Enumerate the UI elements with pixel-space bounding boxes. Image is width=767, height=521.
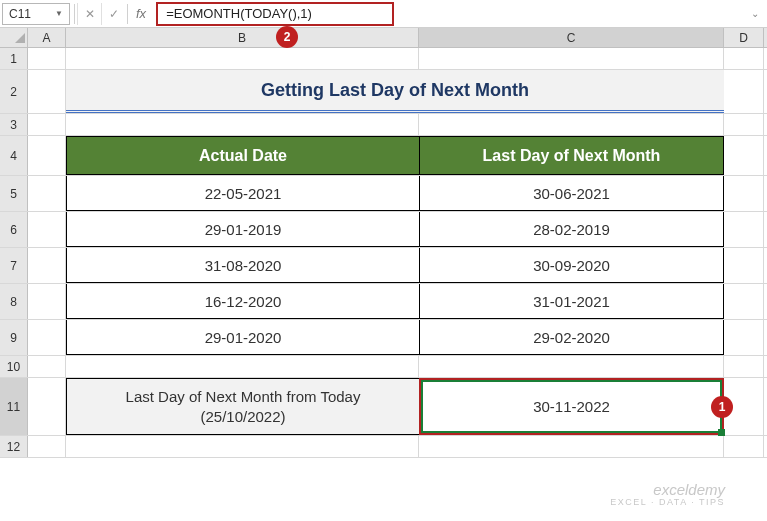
row-header-5[interactable]: 5 [0,176,28,211]
name-box-dropdown-icon[interactable]: ▼ [55,9,63,18]
cell-B11[interactable]: Last Day of Next Month from Today (25/10… [66,378,419,435]
divider [74,4,75,24]
row-header-3[interactable]: 3 [0,114,28,135]
cell-C1[interactable] [419,48,724,69]
sheet-title[interactable]: Getting Last Day of Next Month [66,70,724,113]
row-12: 12 [0,436,767,458]
cell-C12[interactable] [419,436,724,457]
formula-bar: C11 ▼ ✕ ✓ fx =EOMONTH(TODAY(),1) ⌄ [0,0,767,28]
row-4: 4 Actual Date Last Day of Next Month [0,136,767,176]
cell-B12[interactable] [66,436,419,457]
row-header-9[interactable]: 9 [0,320,28,355]
col-header-B[interactable]: B [66,28,419,47]
cell-A1[interactable] [28,48,66,69]
divider [127,4,128,24]
row-header-11[interactable]: 11 [0,378,28,435]
row-header-1[interactable]: 1 [0,48,28,69]
callout-badge-1: 1 [711,396,733,418]
cell-D1[interactable] [724,48,764,69]
row-6: 6 29-01-2019 28-02-2019 [0,212,767,248]
col-header-A[interactable]: A [28,28,66,47]
cell-A11[interactable] [28,378,66,435]
row-8: 8 16-12-2020 31-01-2021 [0,284,767,320]
row-3: 3 [0,114,767,136]
row-9: 9 29-01-2020 29-02-2020 [0,320,767,356]
row-11: 11 Last Day of Next Month from Today (25… [0,378,767,436]
cell-C6[interactable]: 28-02-2019 [419,212,724,247]
row-header-6[interactable]: 6 [0,212,28,247]
row-header-4[interactable]: 4 [0,136,28,175]
cell-B5[interactable]: 22-05-2021 [66,176,419,211]
name-box[interactable]: C11 ▼ [2,3,70,25]
cell-B7[interactable]: 31-08-2020 [66,248,419,283]
row-10: 10 [0,356,767,378]
enter-icon[interactable]: ✓ [101,3,125,25]
cell-B8[interactable]: 16-12-2020 [66,284,419,319]
cell-D2[interactable] [724,70,764,113]
table-header-actual-date[interactable]: Actual Date [66,136,419,175]
cell-A12[interactable] [28,436,66,457]
formula-input-wrap: =EOMONTH(TODAY(),1) [156,2,394,26]
c11-value: 30-11-2022 [533,398,610,415]
fx-icon[interactable]: fx [130,6,152,21]
row-header-2[interactable]: 2 [0,70,28,113]
cell-A2[interactable] [28,70,66,113]
formula-input[interactable]: =EOMONTH(TODAY(),1) [166,6,312,21]
cell-A4[interactable] [28,136,66,175]
cell-B6[interactable]: 29-01-2019 [66,212,419,247]
select-all-corner[interactable] [0,28,28,47]
b11-label-line1: Last Day of Next Month from Today [126,387,361,407]
cell-B3[interactable] [66,114,419,135]
row-header-7[interactable]: 7 [0,248,28,283]
row-header-8[interactable]: 8 [0,284,28,319]
name-box-value: C11 [9,7,31,21]
cell-D12[interactable] [724,436,764,457]
row-2: 2 Getting Last Day of Next Month [0,70,767,114]
cell-A3[interactable] [28,114,66,135]
cell-C3[interactable] [419,114,724,135]
cell-C11-selected[interactable]: 30-11-2022 [419,378,724,435]
table-header-last-day[interactable]: Last Day of Next Month [419,136,724,175]
cell-D9[interactable] [724,320,764,355]
expand-formula-bar-icon[interactable]: ⌄ [745,8,765,19]
cell-D3[interactable] [724,114,764,135]
cell-A10[interactable] [28,356,66,377]
cell-D5[interactable] [724,176,764,211]
col-header-D[interactable]: D [724,28,764,47]
cell-A7[interactable] [28,248,66,283]
cell-C9[interactable]: 29-02-2020 [419,320,724,355]
spreadsheet-grid: A B C D 1 2 Getting Last Day of Next Mon… [0,28,767,521]
cell-C7[interactable]: 30-09-2020 [419,248,724,283]
cell-D7[interactable] [724,248,764,283]
cell-D4[interactable] [724,136,764,175]
cell-C10[interactable] [419,356,724,377]
row-header-10[interactable]: 10 [0,356,28,377]
cell-A5[interactable] [28,176,66,211]
col-header-C[interactable]: C [419,28,724,47]
row-1: 1 [0,48,767,70]
cancel-icon[interactable]: ✕ [77,3,101,25]
cell-A9[interactable] [28,320,66,355]
b11-label-line2: (25/10/2022) [200,407,285,427]
callout-badge-2: 2 [276,26,298,48]
column-headers: A B C D [0,28,767,48]
cell-B9[interactable]: 29-01-2020 [66,320,419,355]
fill-handle[interactable] [718,429,725,436]
cell-B1[interactable] [66,48,419,69]
row-5: 5 22-05-2021 30-06-2021 [0,176,767,212]
cell-A6[interactable] [28,212,66,247]
formula-highlight: =EOMONTH(TODAY(),1) [156,2,394,26]
cell-C8[interactable]: 31-01-2021 [419,284,724,319]
rows-area: 1 2 Getting Last Day of Next Month 3 4 A… [0,48,767,521]
cell-D10[interactable] [724,356,764,377]
cell-D6[interactable] [724,212,764,247]
cell-D8[interactable] [724,284,764,319]
cell-B10[interactable] [66,356,419,377]
cell-C5[interactable]: 30-06-2021 [419,176,724,211]
row-7: 7 31-08-2020 30-09-2020 [0,248,767,284]
row-header-12[interactable]: 12 [0,436,28,457]
cell-A8[interactable] [28,284,66,319]
